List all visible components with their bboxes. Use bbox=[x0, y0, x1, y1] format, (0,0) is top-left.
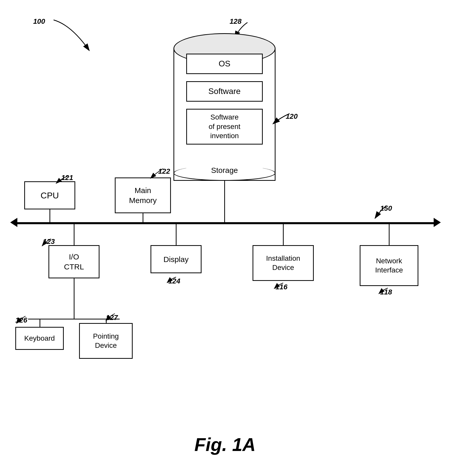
ref-123-arrow bbox=[38, 236, 54, 249]
pointing-device-vline bbox=[106, 319, 107, 324]
ref-100-arrow bbox=[51, 17, 102, 58]
software-box: Software bbox=[186, 81, 263, 102]
ref-118-arrow bbox=[375, 285, 390, 296]
network-interface-vline bbox=[389, 223, 390, 246]
software-invention-box: Software of present invention bbox=[186, 109, 263, 145]
network-interface-box: Network Interface bbox=[360, 245, 418, 286]
ref-116-arrow bbox=[270, 280, 286, 291]
diagram: 100 128 OS Software Software of pres bbox=[0, 0, 450, 409]
ref-121-arrow bbox=[51, 174, 71, 186]
storage-label: Storage bbox=[199, 166, 250, 175]
io-ctrl-vline-down bbox=[74, 278, 74, 319]
installation-device-vline bbox=[283, 223, 284, 246]
display-box: Display bbox=[151, 245, 202, 273]
ref-100: 100 bbox=[33, 17, 45, 26]
ref-124-arrow bbox=[163, 275, 179, 285]
io-keyboard-hline bbox=[28, 319, 74, 319]
installation-device-box: Installation Device bbox=[253, 245, 314, 281]
ref-127-arrow bbox=[102, 311, 117, 323]
ref-120-arrow bbox=[268, 110, 293, 130]
os-box: OS bbox=[186, 54, 263, 74]
keyboard-vline bbox=[40, 319, 40, 327]
main-memory-box: Main Memory bbox=[115, 177, 171, 213]
cpu-vline bbox=[49, 209, 50, 223]
bus-line bbox=[17, 222, 436, 224]
ref-122-arrow bbox=[145, 166, 166, 181]
main-memory-vline bbox=[143, 213, 143, 223]
bus-arrow-left bbox=[10, 218, 17, 227]
keyboard-box: Keyboard bbox=[15, 327, 64, 350]
bus-arrow-right bbox=[434, 218, 441, 227]
io-ctrl-box: I/O CTRL bbox=[48, 245, 99, 278]
display-vline bbox=[176, 223, 177, 246]
figure-label: Fig. 1A bbox=[0, 434, 450, 455]
ref-126-arrow bbox=[13, 314, 28, 325]
pointing-device-box: Pointing Device bbox=[79, 323, 133, 359]
io-ctrl-vline-top bbox=[74, 223, 74, 246]
ref-150-arrow bbox=[365, 202, 390, 222]
storage-vline bbox=[224, 181, 225, 223]
